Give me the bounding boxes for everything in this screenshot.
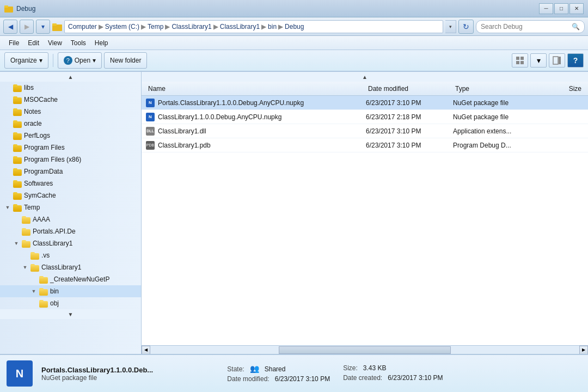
sidebar-item-programdata[interactable]: ProgramData bbox=[0, 166, 141, 177]
help-pane-button[interactable]: ? bbox=[567, 53, 584, 68]
organize-chevron-icon: ▾ bbox=[39, 57, 42, 64]
status-bar: N Portals.ClassLibrary1.1.0.0.Deb... NuG… bbox=[0, 354, 588, 392]
organize-button[interactable]: Organize ▾ bbox=[4, 52, 48, 69]
file-date-0: 6/23/2017 3:10 PM bbox=[366, 99, 453, 107]
sidebar-item-bin[interactable]: ▼ bin bbox=[0, 285, 141, 297]
toolbar-right: ▾ ? bbox=[512, 53, 584, 68]
tree-arrow-oracle bbox=[4, 120, 11, 127]
close-button[interactable]: ✕ bbox=[569, 3, 584, 14]
sidebar-item-perflogs[interactable]: PerfLogs bbox=[0, 130, 141, 142]
preview-icon bbox=[553, 56, 561, 65]
status-state: State: 👥 Shared bbox=[227, 364, 330, 373]
breadcrumb-debug[interactable]: Debug bbox=[285, 23, 304, 30]
menu-tools[interactable]: Tools bbox=[66, 38, 90, 48]
forward-button[interactable]: ▶ bbox=[20, 20, 34, 34]
sidebar-item-programfiles[interactable]: Program Files bbox=[0, 142, 141, 154]
table-row[interactable]: N ClassLibrary1.1.0.0.Debug.AnyCPU.nupkg… bbox=[142, 110, 588, 124]
folder-icon-perflogs bbox=[13, 131, 22, 140]
sidebar-item-temp[interactable]: ▼ Temp bbox=[0, 201, 141, 213]
search-icon: 🔍 bbox=[572, 23, 580, 30]
search-input[interactable] bbox=[481, 23, 569, 30]
status-date-created-label: Date created: bbox=[343, 374, 382, 382]
title-text: Debug bbox=[16, 5, 35, 13]
sidebar-item-classlibrary1b[interactable]: ▼ ClassLibrary1 bbox=[0, 261, 141, 273]
table-row[interactable]: DLL ClassLibrary1.dll 6/23/2017 3:10 PM … bbox=[142, 124, 588, 138]
pdb-icon: PDB bbox=[146, 141, 155, 150]
filelist-scroll-up[interactable]: ▲ bbox=[142, 72, 588, 82]
sidebar-item-softwares[interactable]: Softwares bbox=[0, 177, 141, 189]
breadcrumb-cl1b[interactable]: ClassLibrary1 bbox=[220, 23, 260, 30]
sidebar-item-oracle[interactable]: oracle bbox=[0, 118, 141, 130]
file-icon-1: N bbox=[146, 113, 155, 121]
hscroll-track[interactable] bbox=[150, 346, 579, 354]
sidebar-item-libs[interactable]: libs bbox=[0, 82, 141, 94]
view-details-button[interactable] bbox=[512, 53, 528, 68]
refresh-button[interactable]: ↻ bbox=[458, 20, 474, 34]
status-state-value: Shared bbox=[265, 365, 286, 373]
folder-icon-libs bbox=[13, 83, 22, 92]
help-button[interactable]: ? Open ▾ bbox=[58, 52, 102, 69]
maximize-button[interactable]: □ bbox=[554, 3, 568, 14]
sidebar-item-msocache[interactable]: MSOCache bbox=[0, 94, 141, 106]
col-size-header[interactable]: Size bbox=[540, 84, 584, 94]
preview-pane-button[interactable] bbox=[549, 53, 565, 68]
svg-rect-1 bbox=[4, 5, 8, 8]
breadcrumb-drive[interactable]: System (C:) bbox=[105, 23, 139, 30]
breadcrumb-cl1[interactable]: ClassLibrary1 bbox=[171, 23, 211, 30]
horizontal-scrollbar[interactable]: ◀ ▶ bbox=[142, 345, 588, 354]
sidebar-item-vs[interactable]: .vs bbox=[0, 249, 141, 261]
new-folder-button[interactable]: New folder bbox=[104, 52, 147, 69]
tree-arrow-classlibrary1b: ▼ bbox=[22, 264, 28, 271]
table-row[interactable]: PDB ClassLibrary1.pdb 6/23/2017 3:10 PM … bbox=[142, 138, 588, 152]
breadcrumb-dropdown[interactable]: ▾ bbox=[445, 20, 456, 33]
toolbar: Organize ▾ ? Open ▾ New folder ▾ ? bbox=[0, 50, 588, 72]
table-row[interactable]: N Portals.ClassLibrary1.1.0.0.Debug.AnyC… bbox=[142, 96, 588, 110]
dropdown-button[interactable]: ▾ bbox=[36, 20, 50, 34]
col-name-header[interactable]: Name bbox=[146, 84, 366, 94]
menu-edit[interactable]: Edit bbox=[23, 38, 44, 48]
col-type-header[interactable]: Type bbox=[453, 84, 540, 94]
menu-help[interactable]: Help bbox=[90, 38, 113, 48]
sidebar-item-programfilesx86[interactable]: Program Files (x86) bbox=[0, 154, 141, 166]
hscroll-left-button[interactable]: ◀ bbox=[142, 346, 150, 354]
breadcrumb-bin[interactable]: bin bbox=[268, 23, 277, 30]
col-date-header[interactable]: Date modified bbox=[366, 84, 453, 94]
breadcrumb-bar[interactable]: Computer ▶ System (C:) ▶ Temp ▶ ClassLib… bbox=[64, 20, 443, 33]
svg-rect-4 bbox=[516, 57, 519, 60]
folder-icon-symcache bbox=[13, 191, 22, 200]
sidebar-item-symcache[interactable]: SymCache bbox=[0, 189, 141, 201]
file-type-3: Program Debug D... bbox=[453, 142, 540, 149]
hscroll-right-button[interactable]: ▶ bbox=[579, 346, 588, 354]
file-date-1: 6/23/2017 2:18 PM bbox=[366, 113, 453, 121]
status-meta-size: Size: 3.43 KB Date created: 6/23/2017 3:… bbox=[343, 364, 443, 383]
sidebar-item-classlibrary1[interactable]: ▼ ClassLibrary1 bbox=[0, 237, 141, 249]
file-type-0: NuGet package file bbox=[453, 99, 540, 107]
hscroll-thumb[interactable] bbox=[279, 346, 450, 354]
folder-icon-programfilesx86 bbox=[13, 155, 22, 164]
sidebar-item-portals[interactable]: Portals.API.De bbox=[0, 225, 141, 237]
status-file-icon: N bbox=[7, 360, 33, 387]
breadcrumb-computer[interactable]: Computer bbox=[68, 23, 97, 30]
sidebar-scroll-up[interactable]: ▲ bbox=[0, 72, 141, 82]
status-meta-state: State: 👥 Shared Date modified: 6/23/2017… bbox=[227, 364, 330, 383]
status-date-modified-label: Date modified: bbox=[227, 375, 269, 383]
status-date-modified: Date modified: 6/23/2017 3:10 PM bbox=[227, 375, 330, 383]
breadcrumb-temp[interactable]: Temp bbox=[148, 23, 163, 30]
view-dropdown-button[interactable]: ▾ bbox=[530, 53, 547, 68]
status-date-created: Date created: 6/23/2017 3:10 PM bbox=[343, 374, 443, 382]
back-button[interactable]: ◀ bbox=[3, 20, 17, 34]
sidebar-scroll-down[interactable]: ▼ bbox=[0, 309, 141, 319]
file-list-header: Name Date modified Type Size bbox=[142, 82, 588, 96]
folder-icon-temp bbox=[13, 203, 22, 212]
folder-icon-notes bbox=[13, 107, 22, 116]
menu-view[interactable]: View bbox=[44, 38, 66, 48]
search-box[interactable]: 🔍 bbox=[476, 20, 585, 33]
sidebar-item-aaaa[interactable]: AAAA bbox=[0, 213, 141, 225]
sidebar-item-obj[interactable]: obj bbox=[0, 297, 141, 309]
sidebar-item-createnewnu[interactable]: _CreateNewNuGetP bbox=[0, 273, 141, 285]
minimize-button[interactable]: ─ bbox=[539, 3, 553, 14]
status-state-label: State: bbox=[227, 365, 244, 373]
sidebar-item-notes[interactable]: Notes bbox=[0, 106, 141, 118]
menu-file[interactable]: File bbox=[4, 38, 23, 48]
file-name-2: ClassLibrary1.dll bbox=[158, 127, 366, 135]
